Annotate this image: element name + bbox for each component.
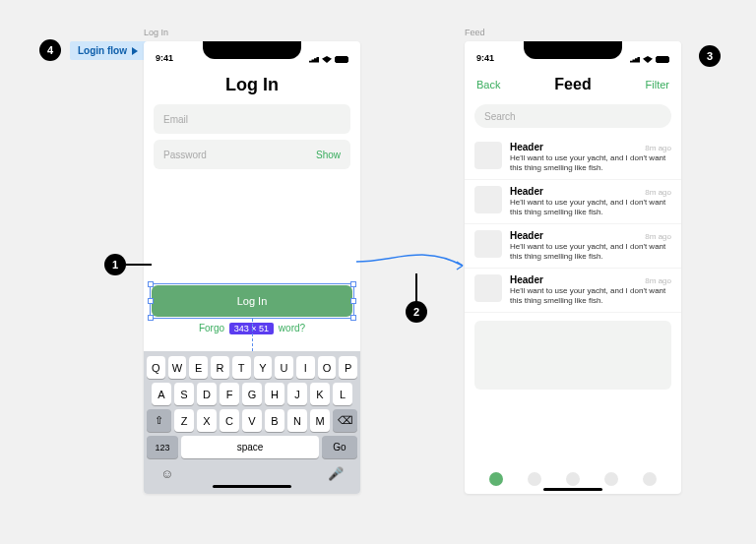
key-e[interactable]: E <box>189 356 208 379</box>
resize-handle[interactable] <box>350 298 356 304</box>
key-g[interactable]: G <box>242 383 262 405</box>
feed-filter-link[interactable]: Filter <box>646 79 669 91</box>
key-z[interactable]: Z <box>174 409 194 432</box>
key-i[interactable]: I <box>296 356 315 379</box>
wifi-icon <box>643 56 653 63</box>
email-placeholder: Email <box>163 114 188 125</box>
key-t[interactable]: T <box>232 356 251 379</box>
password-placeholder: Password <box>163 150 207 160</box>
key-h[interactable]: H <box>265 383 284 405</box>
callout-4: 4 <box>39 39 61 61</box>
key-w[interactable]: W <box>168 356 187 379</box>
frame-label-login: Log In <box>144 28 168 37</box>
go-key[interactable]: Go <box>322 436 357 458</box>
status-time: 9:41 <box>156 53 173 63</box>
key-b[interactable]: B <box>265 409 284 432</box>
tab-dot-4[interactable] <box>604 472 618 486</box>
key-l[interactable]: L <box>333 383 352 405</box>
login-button[interactable]: Log In <box>152 285 352 317</box>
feed-search-field[interactable]: Search <box>474 104 671 128</box>
key-a[interactable]: A <box>152 383 171 405</box>
callout-2: 2 <box>406 301 427 323</box>
flow-tag[interactable]: Login flow <box>70 41 148 60</box>
thumbnail <box>474 230 502 258</box>
feed-list: Header8m agoHe'll want to use your yacht… <box>465 136 681 313</box>
thumbnail <box>474 274 502 302</box>
feed-item-body: He'll want to use your yacht, and I don'… <box>510 286 671 306</box>
resize-handle[interactable] <box>148 281 154 287</box>
search-placeholder: Search <box>484 111 516 122</box>
key-o[interactable]: O <box>318 356 337 379</box>
key-m[interactable]: M <box>310 409 330 432</box>
feed-item-time: 8m ago <box>645 232 671 241</box>
callout-1-lead <box>126 264 152 266</box>
status-time: 9:41 <box>476 53 494 63</box>
feed-item-header: Header <box>510 230 543 241</box>
battery-icon <box>335 56 348 63</box>
thumbnail <box>474 142 502 169</box>
key-x[interactable]: X <box>197 409 217 432</box>
key-j[interactable]: J <box>287 383 307 405</box>
key-y[interactable]: Y <box>254 356 273 379</box>
feed-back-link[interactable]: Back <box>476 79 500 91</box>
feed-item[interactable]: Header8m agoHe'll want to use your yacht… <box>465 180 681 224</box>
tab-dot-2[interactable] <box>528 472 541 486</box>
key-v[interactable]: V <box>242 409 262 432</box>
feed-placeholder-card <box>474 321 671 390</box>
resize-handle[interactable] <box>350 315 356 321</box>
resize-handle[interactable] <box>148 298 154 304</box>
feed-item-time: 8m ago <box>645 144 671 152</box>
feed-item-body: He'll want to use your yacht, and I don'… <box>510 153 671 173</box>
feed-item-time: 8m ago <box>645 188 671 197</box>
tab-dot-5[interactable] <box>643 472 657 486</box>
key-c[interactable]: C <box>220 409 239 432</box>
key-q[interactable]: Q <box>147 356 165 379</box>
mic-icon[interactable]: 🎤 <box>328 466 344 481</box>
frame-feed[interactable]: 9:41 Back Feed Filter Search Header8m ag… <box>465 41 681 494</box>
keyboard: QWERTYUIOP ASDFGHJKL ⇧ ZXCVBNM ⌫ 123 spa… <box>144 351 360 494</box>
password-field[interactable]: Password Show <box>154 140 350 169</box>
show-password-link[interactable]: Show <box>316 150 341 160</box>
feed-item[interactable]: Header8m agoHe'll want to use your yacht… <box>465 136 681 180</box>
backspace-key[interactable]: ⌫ <box>333 409 357 432</box>
callout-3: 3 <box>699 45 721 67</box>
feed-item-body: He'll want to use your yacht, and I don'… <box>510 198 671 217</box>
key-s[interactable]: S <box>174 383 194 405</box>
status-bar: 9:41 <box>144 41 360 65</box>
login-button-layer[interactable]: Log In <box>152 285 352 317</box>
feed-item-header: Header <box>510 142 543 152</box>
tab-dot-3[interactable] <box>566 472 580 486</box>
home-indicator <box>543 488 602 491</box>
key-f[interactable]: F <box>220 383 239 405</box>
forgot-suffix: word? <box>279 323 305 333</box>
feed-item-time: 8m ago <box>645 276 671 285</box>
keyboard-row-1: QWERTYUIOP <box>147 356 357 379</box>
key-r[interactable]: R <box>211 356 229 379</box>
tab-bar <box>465 464 681 486</box>
numbers-key[interactable]: 123 <box>147 436 178 458</box>
key-d[interactable]: D <box>197 383 217 405</box>
callout-1: 1 <box>104 254 126 275</box>
key-k[interactable]: K <box>310 383 330 405</box>
prototype-arrow <box>354 246 468 285</box>
feed-item[interactable]: Header8m agoHe'll want to use your yacht… <box>465 224 681 269</box>
space-key[interactable]: space <box>181 436 319 458</box>
frame-login[interactable]: 9:41 Log In Email Password Show Log In <box>144 41 360 494</box>
feed-item-body: He'll want to use your yacht, and I don'… <box>510 242 671 262</box>
resize-handle[interactable] <box>350 281 356 287</box>
key-p[interactable]: P <box>339 356 357 379</box>
keyboard-row-2: ASDFGHJKL <box>147 383 357 405</box>
shift-key[interactable]: ⇧ <box>147 409 171 432</box>
resize-handle[interactable] <box>148 315 154 321</box>
feed-item[interactable]: Header8m agoHe'll want to use your yacht… <box>465 269 681 313</box>
flow-tag-label: Login flow <box>78 45 127 56</box>
tab-dot-1[interactable] <box>489 472 503 486</box>
key-n[interactable]: N <box>287 409 307 432</box>
play-icon <box>132 47 138 55</box>
thumbnail <box>474 186 502 213</box>
callout-2-lead <box>415 273 417 303</box>
signal-icon <box>309 57 319 63</box>
key-u[interactable]: U <box>275 356 293 379</box>
emoji-icon[interactable]: ☺ <box>160 466 173 481</box>
email-field[interactable]: Email <box>154 104 350 134</box>
